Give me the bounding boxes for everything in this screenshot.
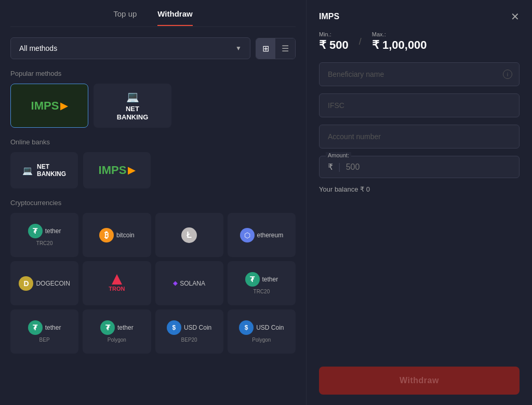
beneficiary-input[interactable] xyxy=(319,62,520,86)
balance-row: Your balance ₹ 0 xyxy=(319,185,520,193)
net-banking-bank-icon: 💻 xyxy=(22,166,33,176)
imps-bank-arrow-icon: ▶ xyxy=(128,165,135,176)
solana-card[interactable]: ◈ SOLANA xyxy=(155,261,223,305)
tether-trc20-inner: ₮ tether xyxy=(28,224,61,238)
min-label: Min.: xyxy=(319,31,349,37)
imps-arrow-icon: ▶ xyxy=(60,100,68,112)
usdcoin-bep20-icon: $ xyxy=(167,320,181,335)
account-number-field xyxy=(319,125,520,148)
amount-divider: | xyxy=(338,161,341,172)
tether-polygon-icon: ₮ xyxy=(100,320,115,335)
dogecoin-icon: D xyxy=(19,276,33,291)
popular-methods-title: Popular methods xyxy=(10,70,296,77)
tab-topup[interactable]: Top up xyxy=(113,9,137,26)
tether-trc20-2-inner: ₮ tether xyxy=(245,272,278,287)
tabs-bar: Top up Withdraw xyxy=(10,0,296,27)
tron-card[interactable]: TRON xyxy=(83,261,151,305)
account-number-input[interactable] xyxy=(319,125,520,148)
tether-polygon-sub: Polygon xyxy=(108,337,126,343)
usdcoin-bep20-card[interactable]: $ USD Coin BEP20 xyxy=(155,309,223,354)
popular-methods-grid: IMPS ▶ 💻 NETBANKING xyxy=(10,84,296,128)
bitcoin-name: bitcoin xyxy=(116,232,135,239)
net-banking-label: NETBANKING xyxy=(117,105,149,121)
net-banking-bank-label: NETBANKING xyxy=(37,163,66,178)
tether-bep-icon: ₮ xyxy=(28,320,43,335)
imps-popular-card[interactable]: IMPS ▶ xyxy=(10,84,88,128)
modal: Top up Withdraw All methods ▼ ⊞ ☰ Popula… xyxy=(0,0,532,405)
list-view-button[interactable]: ☰ xyxy=(275,38,295,59)
imps-bank-logo: IMPS ▶ xyxy=(99,164,136,177)
right-header: IMPS ✕ xyxy=(319,10,520,23)
solana-name: SOLANA xyxy=(180,280,205,287)
beneficiary-field: i xyxy=(319,62,520,86)
limits-row: Min.: ₹ 500 / Max.: ₹ 1,00,000 xyxy=(319,31,520,52)
left-panel: Top up Withdraw All methods ▼ ⊞ ☰ Popula… xyxy=(0,0,307,405)
tether-polygon-inner: ₮ tether xyxy=(100,320,134,335)
crypto-grid: ₮ tether TRC20 ₿ bitcoin Ł ⬡ ethere xyxy=(10,213,296,354)
solana-icon: ◈ xyxy=(173,280,177,287)
net-banking-bank-card[interactable]: 💻 NETBANKING xyxy=(10,152,78,188)
imps-bank-card[interactable]: IMPS ▶ xyxy=(83,152,151,188)
imps-logo: IMPS ▶ xyxy=(31,99,68,113)
tron-triangle-icon xyxy=(112,274,122,285)
tether-trc20-card[interactable]: ₮ tether TRC20 xyxy=(10,213,78,257)
tether-trc20-name: tether xyxy=(45,227,61,235)
solana-inner: ◈ SOLANA xyxy=(173,280,205,287)
net-banking-popular-card[interactable]: 💻 NETBANKING xyxy=(94,84,171,128)
grid-view-button[interactable]: ⊞ xyxy=(256,38,275,59)
online-banks-title: Online banks xyxy=(10,138,296,146)
tether-icon: ₮ xyxy=(28,224,43,238)
litecoin-icon: Ł xyxy=(181,227,197,243)
net-banking-icon: 💻 xyxy=(126,90,139,103)
tether-polygon-card[interactable]: ₮ tether Polygon xyxy=(83,309,151,354)
ethereum-icon: ⬡ xyxy=(240,228,255,242)
bitcoin-inner: ₿ bitcoin xyxy=(99,228,135,242)
amount-field: Amount: ₹ | xyxy=(319,156,520,178)
imps-bank-text: IMPS xyxy=(99,164,127,177)
methods-dropdown[interactable]: All methods ▼ xyxy=(10,37,250,59)
amount-label: Amount: xyxy=(326,152,351,158)
dogecoin-card[interactable]: D DOGECOIN xyxy=(10,261,78,305)
tether-trc20-2-card[interactable]: ₮ tether TRC20 xyxy=(228,261,296,305)
usdcoin-polygon-sub: Polygon xyxy=(252,337,271,343)
tab-withdraw[interactable]: Withdraw xyxy=(157,9,192,26)
payment-method-title: IMPS xyxy=(319,12,339,21)
net-banking-card-content: 💻 NETBANKING xyxy=(22,163,66,178)
tether-trc20-sub: TRC20 xyxy=(36,240,53,246)
usdcoin-bep20-sub: BEP20 xyxy=(181,337,197,343)
usdcoin-polygon-card[interactable]: $ USD Coin Polygon xyxy=(228,309,296,354)
max-label: Max.: xyxy=(372,31,427,37)
tron-logo: TRON xyxy=(109,274,125,292)
view-toggle: ⊞ ☰ xyxy=(256,38,296,59)
amount-input[interactable] xyxy=(346,163,511,172)
min-limit-block: Min.: ₹ 500 xyxy=(319,31,349,52)
usdcoin-bep20-name: USD Coin xyxy=(184,324,211,331)
usdcoin-polygon-icon: $ xyxy=(239,320,254,335)
ifsc-field xyxy=(319,93,520,117)
tether-bep-sub: BEP xyxy=(39,337,50,343)
ethereum-inner: ⬡ ethereum xyxy=(240,228,284,242)
tether-bep-name: tether xyxy=(45,324,61,331)
usdcoin-bep20-inner: $ USD Coin xyxy=(167,320,211,335)
dropdown-value: All methods xyxy=(19,44,57,52)
imps-text: IMPS xyxy=(31,99,59,113)
usdcoin-polygon-inner: $ USD Coin xyxy=(239,320,284,335)
limit-separator: / xyxy=(359,36,362,47)
tether-bep-card[interactable]: ₮ tether BEP xyxy=(10,309,78,354)
tether-bep-inner: ₮ tether xyxy=(28,320,61,335)
tether-2-icon: ₮ xyxy=(245,272,260,287)
withdraw-button[interactable]: Withdraw xyxy=(319,367,520,395)
litecoin-card[interactable]: Ł xyxy=(155,213,223,257)
close-button[interactable]: ✕ xyxy=(511,10,520,23)
amount-wrapper: Amount: ₹ | xyxy=(319,156,520,178)
ifsc-input[interactable] xyxy=(319,93,520,117)
dogecoin-name: DOGECOIN xyxy=(36,280,70,287)
max-value: ₹ 1,00,000 xyxy=(372,38,427,52)
ethereum-card[interactable]: ⬡ ethereum xyxy=(228,213,296,257)
min-value: ₹ 500 xyxy=(319,38,349,52)
dogecoin-inner: D DOGECOIN xyxy=(19,276,70,291)
max-limit-block: Max.: ₹ 1,00,000 xyxy=(372,31,427,52)
online-banks-grid: 💻 NETBANKING IMPS ▶ xyxy=(10,152,296,188)
right-panel: IMPS ✕ Min.: ₹ 500 / Max.: ₹ 1,00,000 i xyxy=(307,0,532,405)
bitcoin-card[interactable]: ₿ bitcoin xyxy=(83,213,151,257)
